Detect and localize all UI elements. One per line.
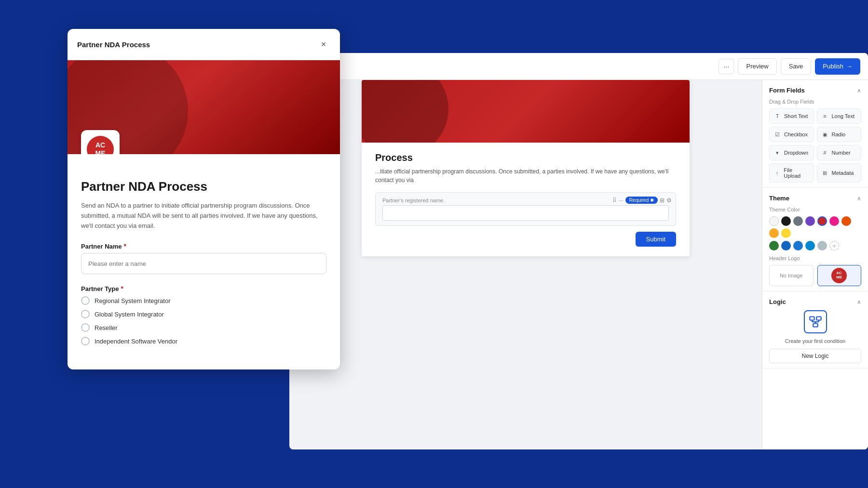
field-toolbar: ⠿ ··· Required ✱ ⊞ ⚙: [612, 197, 672, 204]
no-image-label: No Image: [780, 273, 803, 278]
modal-title: Partner NDA Process: [77, 40, 150, 49]
radio-isv[interactable]: Independent Software Vendor: [81, 337, 326, 345]
modal-body: ACME Partner NDA Process Send an NDA to …: [68, 60, 340, 369]
modal-form-desc: Send an NDA to a partner to initiate off…: [81, 201, 326, 231]
preview-button[interactable]: Preview: [738, 58, 776, 75]
short-text-icon: T: [773, 112, 781, 120]
color-green[interactable]: [769, 241, 779, 251]
field-long-text[interactable]: ≡ Long Text: [817, 108, 862, 124]
long-text-icon: ≡: [821, 112, 829, 120]
metadata-label: Metadata: [832, 170, 854, 176]
new-logic-button[interactable]: New Logic: [769, 349, 861, 363]
field-metadata[interactable]: ⊞ Metadata: [817, 163, 862, 183]
color-gray[interactable]: [793, 216, 803, 226]
logo-preview: ACME: [831, 268, 847, 283]
submit-button-fake[interactable]: Submit: [636, 232, 676, 247]
modal-titlebar: Partner NDA Process ×: [68, 29, 340, 60]
field-options-icon[interactable]: ···: [619, 197, 624, 204]
radio-icon: ◉: [821, 131, 829, 138]
form-fields-section: Form Fields ∧ Drag & Drop Fields T Short…: [762, 80, 868, 188]
editor-toolbar: ··· Preview Save Publish →: [289, 53, 868, 80]
form-fields-title: Form Fields: [769, 87, 805, 94]
radio-circle-global: [81, 310, 90, 318]
color-yellow[interactable]: [781, 228, 791, 238]
field-dropdown[interactable]: ▾ Dropdown: [769, 145, 814, 160]
editor-main-area: Process ...itiate official partnership p…: [289, 80, 762, 449]
logic-section: Logic ∧ Create your first condition New …: [762, 291, 868, 369]
color-red[interactable]: [817, 216, 827, 226]
logic-collapse[interactable]: ∧: [857, 299, 861, 305]
radio-global[interactable]: Global System Integrator: [81, 310, 326, 318]
form-field-row-partner-name[interactable]: Partner's registered name. ⠿ ··· Require…: [375, 192, 676, 226]
logic-icon: [804, 310, 827, 333]
field-radio[interactable]: ◉ Radio: [817, 127, 862, 142]
logo-options: No Image ACME: [769, 265, 861, 286]
color-black[interactable]: [781, 216, 791, 226]
more-options-button[interactable]: ···: [719, 59, 734, 74]
publish-icon: →: [846, 63, 853, 70]
color-blue[interactable]: [793, 241, 803, 251]
save-button[interactable]: Save: [781, 58, 812, 75]
form-preview: Process ...itiate official partnership p…: [362, 80, 690, 256]
logic-desc: Create your first condition: [769, 338, 861, 344]
modal-logo: ACME: [81, 130, 120, 154]
modal-logo-inner: ACME: [87, 136, 114, 154]
header-logo-label: Header Logo: [769, 255, 861, 261]
required-star-type: *: [121, 285, 123, 292]
partner-type-label: Partner Type *: [81, 285, 326, 292]
add-color-button[interactable]: +: [829, 241, 839, 251]
submit-row: Submit: [375, 232, 676, 247]
color-dark-blue[interactable]: [781, 241, 791, 251]
file-upload-icon: ↑: [773, 169, 781, 177]
form-preview-title: Process: [375, 152, 676, 163]
svg-rect-1: [816, 317, 821, 320]
color-purple[interactable]: [805, 216, 815, 226]
no-image-option[interactable]: No Image: [769, 265, 814, 286]
field-number[interactable]: # Number: [817, 145, 862, 160]
form-preview-header: [362, 80, 690, 143]
color-grid: [769, 216, 861, 238]
fields-grid: T Short Text ≡ Long Text ☑ Checkbox ◉ Ra…: [769, 108, 861, 183]
modal-close-button[interactable]: ×: [317, 38, 330, 51]
form-fields-collapse[interactable]: ∧: [857, 87, 861, 94]
logic-title: Logic: [769, 298, 786, 305]
color-white[interactable]: [769, 216, 779, 226]
partner-type-group: Partner Type * Regional System Integrato…: [81, 285, 326, 345]
metadata-icon: ⊞: [821, 169, 829, 177]
editor-background: ··· Preview Save Publish → Process ...it…: [289, 53, 868, 449]
radio-circle-reseller: [81, 323, 90, 332]
logic-header: Logic ∧: [769, 298, 861, 305]
settings-icon[interactable]: ⚙: [666, 197, 672, 204]
publish-button[interactable]: Publish →: [815, 58, 860, 75]
partner-name-input-fake: [382, 205, 669, 221]
checkbox-label: Checkbox: [784, 132, 808, 137]
color-pink[interactable]: [829, 216, 839, 226]
modal-content: Partner NDA Process Send an NDA to a par…: [68, 154, 340, 369]
logo-image-option[interactable]: ACME: [817, 265, 862, 286]
radio-group: Regional System Integrator Global System…: [81, 296, 326, 345]
partner-name-input[interactable]: [81, 253, 326, 274]
color-light-blue[interactable]: [805, 241, 815, 251]
color-gray-light[interactable]: [817, 241, 827, 251]
short-text-label: Short Text: [784, 113, 808, 119]
right-panel: Form Fields ∧ Drag & Drop Fields T Short…: [762, 80, 868, 449]
field-short-text[interactable]: T Short Text: [769, 108, 814, 124]
form-fields-header: Form Fields ∧: [769, 87, 861, 94]
color-grid-2: +: [769, 241, 861, 251]
checkbox-icon: ☑: [773, 131, 781, 138]
field-checkbox[interactable]: ☑ Checkbox: [769, 127, 814, 142]
color-amber[interactable]: [769, 228, 779, 238]
radio-reseller[interactable]: Reseller: [81, 323, 326, 332]
theme-section: Theme ∧ Theme Color +: [762, 188, 868, 291]
number-label: Number: [832, 150, 851, 156]
grid-icon[interactable]: ⊞: [660, 197, 665, 204]
form-preview-desc: ...itiate official partnership program d…: [375, 167, 676, 185]
svg-rect-2: [813, 324, 817, 327]
radio-regional[interactable]: Regional System Integrator: [81, 296, 326, 305]
form-preview-body: Process ...itiate official partnership p…: [362, 143, 690, 256]
modal-header-banner: ACME: [68, 60, 340, 154]
move-icon[interactable]: ⠿: [612, 197, 617, 204]
theme-collapse[interactable]: ∧: [857, 195, 861, 202]
color-orange[interactable]: [841, 216, 851, 226]
field-file-upload[interactable]: ↑ File Upload: [769, 163, 814, 183]
